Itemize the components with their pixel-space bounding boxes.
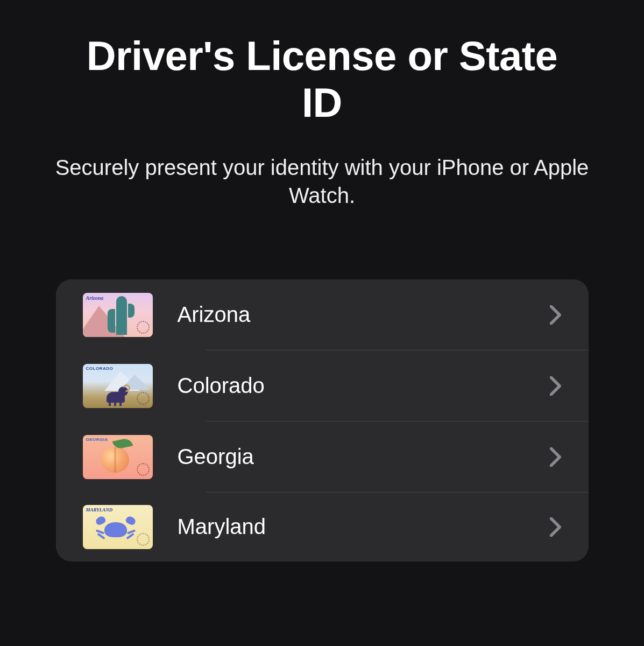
state-row-maryland[interactable]: MARYLAND Maryland — [56, 493, 589, 561]
state-row-georgia[interactable]: GEORGIA Georgia — [56, 422, 589, 493]
chevron-right-icon — [550, 447, 562, 467]
chevron-right-icon — [550, 376, 562, 396]
state-label: Arizona — [178, 303, 550, 327]
colorado-card-label: COLORADO — [86, 366, 114, 371]
arizona-card-icon: Arizona — [83, 293, 153, 337]
state-list: Arizona Arizona COLORADO — [56, 279, 589, 561]
maryland-card-icon: MARYLAND — [83, 505, 153, 549]
state-label: Maryland — [178, 515, 550, 539]
state-label: Georgia — [178, 445, 550, 469]
colorado-card-icon: COLORADO — [83, 364, 153, 408]
maryland-card-label: MARYLAND — [86, 507, 113, 512]
georgia-card-label: GEORGIA — [86, 437, 108, 442]
page-subtitle: Securely present your identity with your… — [53, 153, 591, 209]
state-label: Colorado — [178, 374, 550, 398]
page-title: Driver's License or State ID — [80, 32, 564, 127]
state-row-colorado[interactable]: COLORADO Colorado — [56, 350, 589, 422]
chevron-right-icon — [550, 305, 562, 325]
georgia-card-icon: GEORGIA — [83, 435, 153, 479]
chevron-right-icon — [550, 517, 562, 537]
state-row-arizona[interactable]: Arizona Arizona — [56, 279, 589, 350]
arizona-card-label: Arizona — [86, 295, 104, 301]
